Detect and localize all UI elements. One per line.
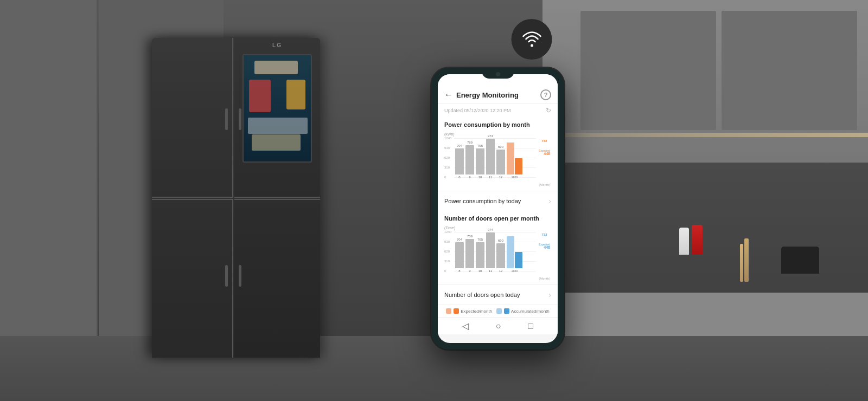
legend-label-accumulated-month: Accumulated/month: [511, 309, 550, 314]
doors-x-label: (Month): [539, 277, 550, 280]
power-by-today-label: Power consumption by today: [444, 198, 521, 204]
bar-month-8: 704 8: [455, 144, 464, 179]
fridge-item-bottle-red: [249, 80, 271, 112]
bar-month-12: 690 12: [496, 145, 505, 179]
fridge-handle-tr: [239, 108, 241, 130]
d-bar-month-11: 974 11: [486, 228, 495, 273]
fridge-top-left-door: [152, 38, 233, 198]
d-bar-month-1: 2020: [507, 236, 522, 273]
legend-bar: Expected/month Accumulated/month: [438, 305, 558, 317]
bar-8: [455, 148, 464, 174]
bar-9: [465, 145, 474, 174]
app-updated-bar: Updated 05/12/2020 12:20 PM ↻: [438, 104, 558, 117]
phone-wrapper: ← Energy Monitoring ? Updated 05/12/2020…: [431, 68, 564, 350]
power-by-month-label: Power consumption by month: [438, 117, 558, 130]
power-x-label: (Month): [539, 183, 550, 186]
legend-accumulated-month: Accumulated/month: [496, 308, 550, 314]
camera-dot: [496, 72, 500, 76]
phone-frame: ← Energy Monitoring ? Updated 05/12/2020…: [431, 68, 564, 350]
bottle-red: [692, 225, 703, 255]
bar-month-1: 2020: [507, 143, 522, 179]
d-bar-month-9: 789 9: [465, 235, 474, 273]
fridge-handle-bl: [225, 265, 228, 287]
legend-dot-accumulated-orange: [454, 308, 459, 314]
cabinet-upper-right2: [580, 11, 716, 130]
d-bar-month-10: 705 10: [476, 238, 484, 273]
d-bar-12: [496, 243, 505, 268]
chevron-right-icon: ›: [548, 197, 551, 205]
nav-home-icon[interactable]: ○: [496, 321, 501, 331]
nav-recent-icon[interactable]: □: [528, 321, 533, 331]
doors-open-today-row[interactable]: Number of doors open today ›: [438, 284, 558, 305]
wifi-icon: [521, 29, 542, 50]
bar-accumulated-orange: [515, 158, 522, 174]
fridge-item-container: [252, 134, 301, 151]
cutting-board1: [744, 238, 749, 282]
d-bar-accumulated-blue: [515, 252, 522, 268]
fridge-item-cake: [254, 61, 298, 74]
cabinet-upper-right: [722, 11, 857, 130]
power-by-today-row[interactable]: Power consumption by today ›: [438, 191, 558, 211]
legend-dot-expected-orange: [446, 308, 451, 314]
bar-10: [476, 148, 484, 174]
d-bar-month-12: 690 12: [496, 239, 505, 273]
refresh-icon[interactable]: ↻: [546, 107, 551, 114]
help-button[interactable]: ?: [540, 89, 551, 100]
wifi-bubble: [512, 19, 552, 60]
nav-back-icon[interactable]: ◁: [462, 321, 469, 331]
fridge-window: [242, 54, 312, 163]
legend-dot-accumulated-blue: [504, 308, 509, 314]
back-button[interactable]: ←: [444, 90, 453, 100]
app-header-left: ← Energy Monitoring: [444, 90, 519, 100]
background: LG: [0, 0, 868, 401]
fridge-handle-br: [239, 265, 241, 287]
doors-per-month-label: Number of doors open per month: [438, 211, 558, 224]
pot: [781, 247, 819, 274]
fridge-item-bottle-orange: [286, 80, 305, 109]
bar-12: [496, 150, 505, 174]
doors-chevron-right-icon: ›: [548, 290, 551, 299]
bar-expected-orange: [507, 143, 514, 174]
doors-open-today-label: Number of doors open today: [444, 292, 520, 298]
bar-month-9: 789 9: [465, 141, 474, 179]
app-header: ← Energy Monitoring ?: [438, 74, 558, 104]
app-title: Energy Monitoring: [456, 91, 519, 99]
accumulated-value-orange: 446: [544, 147, 550, 157]
phone-notch: [482, 68, 514, 79]
updated-text: Updated 05/12/2020 12:20 PM: [444, 108, 511, 113]
phone-screen: ← Energy Monitoring ? Updated 05/12/2020…: [438, 74, 558, 343]
phone-bottom-nav: ◁ ○ □: [438, 317, 558, 334]
fridge-handle-tl: [225, 108, 228, 130]
fridge-bottom-right-door: [234, 199, 320, 358]
bar-month-11: 974 11: [486, 134, 495, 179]
power-by-month-chart: (kWh) 1240 930 620 310 0: [438, 130, 558, 191]
fridge-bottom-left-door: [152, 199, 233, 358]
bar-month-10: 705 10: [476, 144, 484, 179]
d-bar-expected-blue: [507, 236, 514, 268]
cutting-board2: [740, 244, 743, 282]
d-bar-9: [465, 239, 474, 268]
d-bar-10: [476, 242, 484, 268]
accumulated-value-blue: 446: [544, 241, 550, 251]
fridge-top-right-door: LG: [234, 38, 320, 198]
svg-point-0: [531, 44, 533, 47]
legend-dot-expected-blue: [496, 308, 502, 314]
fridge-item-shelf: [248, 118, 308, 134]
bar-11: [486, 139, 495, 174]
refrigerator: LG: [152, 38, 320, 358]
d-bar-month-8: 704 8: [455, 238, 464, 273]
d-bar-11: [486, 232, 495, 268]
legend-label-expected-month: Expected/month: [461, 309, 492, 314]
doors-per-month-chart: (Time) 1240 930 620 310 0 704: [438, 224, 558, 284]
legend-expected-month: Expected/month: [446, 308, 492, 314]
bottle-white: [679, 228, 689, 255]
lg-logo: LG: [272, 42, 282, 48]
d-bar-8: [455, 242, 464, 268]
